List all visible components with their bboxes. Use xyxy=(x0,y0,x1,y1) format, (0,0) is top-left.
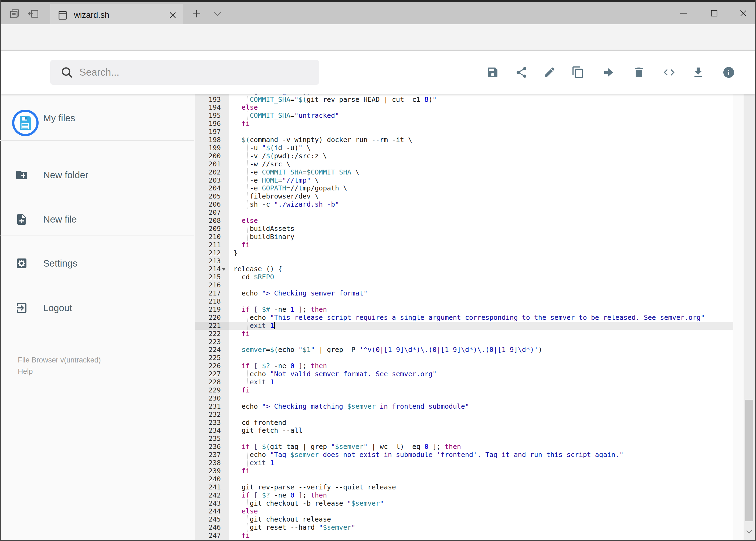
editor-line-203[interactable]: 203 -e HOME="//tmp" \ xyxy=(195,176,744,185)
editor-line-206[interactable]: 206 sh -c "./wizard.sh -b" xyxy=(195,201,744,209)
editor-line-232[interactable]: 232 xyxy=(195,410,744,419)
editor-line-213[interactable]: 213 xyxy=(195,257,744,265)
editor-line-214[interactable]: 214release () { xyxy=(195,265,744,273)
indent-guide xyxy=(247,176,248,185)
editor-line-243[interactable]: 243 git checkout -b release "$semver" xyxy=(195,499,744,507)
code-text: exit 1 xyxy=(229,322,733,330)
edit-button[interactable] xyxy=(543,66,556,79)
indent-guide xyxy=(247,499,248,507)
editor-line-201[interactable]: 201 -w //src \ xyxy=(195,160,744,168)
editor-line-229[interactable]: 229 fi xyxy=(195,386,744,394)
line-number: 215 xyxy=(195,273,229,281)
editor-line-241[interactable]: 241 git rev-parse --verify --quiet relea… xyxy=(195,483,744,491)
editor-line-240[interactable]: 240 xyxy=(195,475,744,483)
window-minimize-button[interactable] xyxy=(670,5,697,21)
indent-guide xyxy=(247,168,248,176)
editor-line-233[interactable]: 233 cd frontend xyxy=(195,419,744,427)
editor-line-225[interactable]: 225 xyxy=(195,354,744,362)
editor-line-210[interactable]: 210 buildBinary xyxy=(195,233,744,241)
editor-line-204[interactable]: 204 -e GOPATH=//tmp/gopath \ xyxy=(195,184,744,192)
sidebar-item-new-folder[interactable]: New folder xyxy=(8,162,183,188)
editor-line-228[interactable]: 228 exit 1 xyxy=(195,378,744,386)
line-number: 235 xyxy=(195,435,229,443)
set-tabs-aside-icon[interactable] xyxy=(28,8,39,20)
code-button[interactable] xyxy=(662,66,675,79)
editor-line-199[interactable]: 199 -u "$(id -u)" \ xyxy=(195,144,744,152)
editor-line-234[interactable]: 234 git fetch --all xyxy=(195,426,744,435)
editor-line-244[interactable]: 244 else xyxy=(195,507,744,515)
move-button[interactable] xyxy=(603,66,616,79)
editor-line-236[interactable]: 236 if [ $(git tag | grep "$semver" | wc… xyxy=(195,443,744,451)
editor-line-227[interactable]: 227 echo "Not valid semver format. See s… xyxy=(195,370,744,378)
tab-preview-icon[interactable] xyxy=(9,8,21,20)
sidebar-item-label: New folder xyxy=(43,170,88,181)
editor-line-224[interactable]: 224 semver=$(echo "$1" | grep -P '^v(0|[… xyxy=(195,346,744,354)
editor-line-220[interactable]: 220 echo "This release script requires a… xyxy=(195,313,744,322)
search-input[interactable] xyxy=(79,66,296,78)
editor-line-193[interactable]: 193 COMMIT_SHA="$(git rev-parse HEAD | c… xyxy=(195,96,744,104)
download-button[interactable] xyxy=(692,66,705,79)
editor-line-217[interactable]: 217 echo "> Checking semver format" xyxy=(195,289,744,297)
editor-line-202[interactable]: 202 -e COMMIT_SHA=$COMMIT_SHA \ xyxy=(195,168,744,176)
editor-line-215[interactable]: 215 cd $REPO xyxy=(195,273,744,281)
editor-line-238[interactable]: 238 exit 1 xyxy=(195,459,744,467)
scrollbar-thumb[interactable] xyxy=(745,400,753,521)
copy-button[interactable] xyxy=(571,66,584,79)
editor-line-246[interactable]: 246 git reset --hard "$semver" xyxy=(195,523,744,532)
editor-line-239[interactable]: 239 fi xyxy=(195,467,744,475)
code-editor[interactable]: 192 if [ -d ".git" ]; then193 COMMIT_SHA… xyxy=(195,94,744,540)
editor-line-222[interactable]: 222 fi xyxy=(195,330,744,338)
window-close-button[interactable] xyxy=(730,5,756,21)
indent-guide xyxy=(247,152,248,160)
editor-line-247[interactable]: 247 fi xyxy=(195,532,744,540)
line-number: 217 xyxy=(195,289,229,297)
browser-address-row: filebrowser.web/files/wizard.sh xyxy=(1,24,755,51)
editor-line-197[interactable]: 197 xyxy=(195,128,744,136)
code-text xyxy=(229,128,733,136)
window-maximize-button[interactable] xyxy=(701,5,728,21)
help-link[interactable]: Help xyxy=(18,367,33,376)
editor-line-230[interactable]: 230 xyxy=(195,394,744,402)
page-scrollbar[interactable] xyxy=(744,51,755,540)
scroll-down-icon[interactable] xyxy=(745,527,754,536)
tab-dropdown-icon[interactable] xyxy=(212,8,223,19)
editor-line-212[interactable]: 212} xyxy=(195,249,744,257)
editor-line-221[interactable]: 221 exit 1 xyxy=(195,322,744,330)
tab-close-icon[interactable] xyxy=(167,10,178,21)
fold-arrow-icon[interactable] xyxy=(222,268,226,272)
line-number: 216 xyxy=(195,281,229,289)
save-button[interactable] xyxy=(486,66,499,79)
editor-line-237[interactable]: 237 echo "Tag $semver does not exist in … xyxy=(195,451,744,459)
editor-line-216[interactable]: 216 xyxy=(195,281,744,289)
sidebar-item-settings[interactable]: Settings xyxy=(8,251,183,276)
editor-line-207[interactable]: 207 xyxy=(195,209,744,217)
sidebar-item-new-file[interactable]: New file xyxy=(8,206,183,232)
editor-line-208[interactable]: 208 else xyxy=(195,217,744,225)
info-button[interactable] xyxy=(722,66,735,79)
editor-line-218[interactable]: 218 xyxy=(195,297,744,305)
search-bar[interactable] xyxy=(50,60,319,85)
editor-line-231[interactable]: 231 echo "> Checking matching $semver in… xyxy=(195,402,744,410)
editor-line-235[interactable]: 235 xyxy=(195,435,744,443)
sidebar-item-label: New file xyxy=(43,214,77,225)
editor-line-205[interactable]: 205 filebrowser/dev \ xyxy=(195,192,744,201)
editor-line-200[interactable]: 200 -v /$(pwd):/src:z \ xyxy=(195,152,744,160)
editor-line-194[interactable]: 194 else xyxy=(195,104,744,112)
editor-line-196[interactable]: 196 fi xyxy=(195,120,744,128)
editor-line-223[interactable]: 223 xyxy=(195,338,744,346)
share-button[interactable] xyxy=(515,66,528,79)
editor-line-226[interactable]: 226 if [ $? -ne 0 ]; then xyxy=(195,362,744,370)
indent-guide xyxy=(247,322,248,330)
editor-line-242[interactable]: 242 if [ $? -ne 0 ]; then xyxy=(195,491,744,499)
browser-tab-wizard-sh[interactable]: wizard.sh xyxy=(50,4,183,26)
delete-button[interactable] xyxy=(632,66,645,79)
editor-line-245[interactable]: 245 git checkout release xyxy=(195,515,744,523)
editor-line-211[interactable]: 211 fi xyxy=(195,241,744,249)
editor-line-219[interactable]: 219 if [ $# -ne 1 ]; then xyxy=(195,305,744,313)
editor-line-198[interactable]: 198 $(command -v winpty) docker run --rm… xyxy=(195,136,744,144)
sidebar-item-logout[interactable]: Logout xyxy=(8,295,183,321)
new-tab-icon[interactable] xyxy=(191,8,202,19)
file-browser-floppy-logo[interactable] xyxy=(12,110,39,136)
editor-line-195[interactable]: 195 COMMIT_SHA="untracked" xyxy=(195,112,744,120)
editor-line-209[interactable]: 209 buildAssets xyxy=(195,225,744,233)
